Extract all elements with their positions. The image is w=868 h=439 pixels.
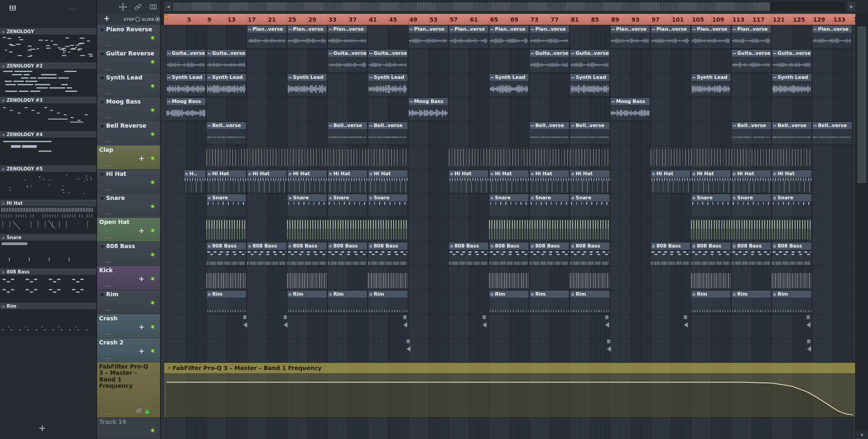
browser-item[interactable]: ≡Hi Hat xyxy=(0,200,96,233)
pattern-clip[interactable]: ≡Hi Hat xyxy=(247,170,287,193)
audio-clip[interactable]: ↦Synth Lead xyxy=(570,73,610,97)
track-header-crash[interactable]: Crash... xyxy=(97,314,160,338)
pattern-tick-clip[interactable] xyxy=(247,149,287,166)
audio-marker-clip[interactable] xyxy=(406,339,410,343)
audio-clip[interactable]: ↦Moog Bass xyxy=(408,98,448,121)
pattern-clip[interactable]: ≡808 Bass xyxy=(691,242,731,265)
audio-clip[interactable]: ↦Synth Lead xyxy=(772,73,812,97)
timeline-ruler[interactable]: 5913172125293337414549535761656973778185… xyxy=(161,14,855,25)
track-header-openhat[interactable]: Open Hat... xyxy=(97,218,160,242)
pattern-tick-clip[interactable] xyxy=(691,273,731,288)
mute-icon[interactable] xyxy=(100,27,104,32)
pattern-tick-clip[interactable] xyxy=(772,149,812,166)
pattern-tick-clip[interactable] xyxy=(530,149,569,166)
pattern-clip[interactable]: ≡Snare xyxy=(328,194,367,217)
pattern-clip[interactable]: ≡808 Bass xyxy=(651,242,690,265)
track-led[interactable] xyxy=(151,301,154,304)
track-header-synth[interactable]: Synth Lead... xyxy=(97,73,160,97)
browser-item[interactable]: ≡ZENOLOGY #3 xyxy=(0,97,96,130)
pattern-tick-clip[interactable] xyxy=(570,220,610,239)
scroll-left-button[interactable]: ◀ xyxy=(164,2,172,11)
audio-clip[interactable]: ↦Pian..verse xyxy=(287,25,327,48)
add-pattern-button[interactable]: + xyxy=(36,423,49,433)
pattern-clip[interactable]: ≡Hi Hat xyxy=(772,170,812,193)
browser-item[interactable]: ≡ZENOLOGY #5 xyxy=(0,166,96,199)
pattern-tick-clip[interactable] xyxy=(287,220,327,239)
track-header-piano[interactable]: Piano Reverse... xyxy=(97,25,160,49)
mute-icon[interactable] xyxy=(100,292,104,297)
audio-clip[interactable]: ↦Pian..verse xyxy=(732,25,771,48)
audio-clip[interactable]: ↦Synth Lead xyxy=(166,73,206,97)
pattern-clip[interactable]: ≡Rim xyxy=(328,290,367,313)
audio-clip[interactable]: ↦Synth Lead xyxy=(287,73,327,97)
audio-clip[interactable]: ↦Guita..verse xyxy=(530,49,569,73)
pattern-clip[interactable]: ≡808 Bass xyxy=(530,242,569,265)
pattern-clip[interactable]: ≡Hi Hat xyxy=(287,170,327,193)
mute-icon[interactable] xyxy=(100,172,104,177)
pattern-clip[interactable]: ≡Snare xyxy=(207,194,246,217)
track-header-hihat[interactable]: Hi Hat... xyxy=(97,170,160,194)
audio-clip[interactable]: ↦Pian..verse xyxy=(651,25,690,48)
mute-icon[interactable] xyxy=(100,244,104,249)
audio-clip[interactable]: ↦Bell..verse xyxy=(772,122,812,145)
pattern-tick-clip[interactable] xyxy=(772,273,812,288)
track-led[interactable] xyxy=(151,277,154,280)
audio-clip[interactable]: ↦Pian..verse xyxy=(489,25,529,48)
pattern-tick-clip[interactable] xyxy=(368,273,408,288)
audio-clip[interactable]: ↦Bell..verse xyxy=(530,122,569,145)
pattern-clip[interactable]: ≡808 Bass xyxy=(489,242,529,265)
browser-item[interactable]: ≡ZENOLOGY xyxy=(0,28,96,61)
audio-clip[interactable]: ↦Guita..verse xyxy=(570,49,610,73)
pattern-clip[interactable]: ≡Rim xyxy=(530,290,569,313)
pattern-clip[interactable]: ≡H.. xyxy=(184,170,206,193)
pattern-tick-clip[interactable] xyxy=(732,220,771,239)
audio-clip[interactable]: ↦Pian..verse xyxy=(691,25,731,48)
timeline-ruler-bar[interactable]: 5913172125293337414549535761656973778185… xyxy=(164,14,855,25)
track-header-track16[interactable]: Track 16 xyxy=(97,417,160,439)
pattern-tick-clip[interactable] xyxy=(368,220,408,239)
track-header-crash2[interactable]: Crash 2... xyxy=(97,338,160,362)
pattern-clip[interactable]: ≡Snare xyxy=(732,194,771,217)
move-crosshair-icon[interactable] xyxy=(139,325,144,329)
pattern-tick-clip[interactable] xyxy=(772,220,812,239)
track-header-rim[interactable]: Rim... xyxy=(97,290,160,314)
pattern-clip[interactable]: ≡808 Bass xyxy=(207,242,246,265)
track-header-clap[interactable]: Clap... xyxy=(97,145,160,170)
track-led[interactable] xyxy=(151,253,154,256)
track-header-guitar[interactable]: Guitar Reverse... xyxy=(97,49,160,73)
audio-clip[interactable]: ↦Bell..verse xyxy=(368,122,408,145)
pattern-tick-clip[interactable] xyxy=(328,149,367,166)
lock-icon[interactable] xyxy=(145,411,149,414)
audio-clip[interactable]: ↦Guita..verse xyxy=(732,49,771,73)
track-led[interactable] xyxy=(151,36,154,39)
audio-clip[interactable]: ↦Guita..verse xyxy=(368,49,408,73)
pattern-clip[interactable]: ≡808 Bass xyxy=(247,242,287,265)
pattern-tick-clip[interactable] xyxy=(207,273,246,288)
move-crosshair-icon[interactable] xyxy=(139,349,144,353)
pattern-tick-clip[interactable] xyxy=(207,220,246,239)
pattern-picker-icon[interactable] xyxy=(9,4,18,12)
track-led[interactable] xyxy=(151,349,154,352)
pattern-clip[interactable]: ≡808 Bass xyxy=(287,242,327,265)
audio-clip[interactable]: ↦Synth Lead xyxy=(691,73,731,97)
link-icon[interactable] xyxy=(136,409,142,412)
automation-clip[interactable]: ↗FabFilter Pro-Q 3 – Master – Band 1 Fre… xyxy=(164,363,855,417)
pattern-clip[interactable]: ≡Hi Hat xyxy=(489,170,529,193)
pattern-clip[interactable]: ≡Snare xyxy=(691,194,731,217)
horizontal-scroll-track[interactable] xyxy=(173,2,845,11)
track-header-bass808[interactable]: 808 Bass... xyxy=(97,242,160,266)
pattern-tick-clip[interactable] xyxy=(732,149,771,166)
pattern-clip[interactable]: ≡Rim xyxy=(772,290,812,313)
move-crosshair-icon[interactable] xyxy=(139,277,144,281)
audio-clip[interactable]: ↦Pian..verse xyxy=(247,25,287,48)
browser-item[interactable]: ≡ZENOLOGY #4 xyxy=(0,131,96,164)
pattern-clip[interactable]: ≡Rim xyxy=(489,290,529,313)
pattern-clip[interactable]: ≡Hi Hat xyxy=(449,170,489,193)
pattern-clip[interactable]: ≡Snare xyxy=(530,194,569,217)
pattern-tick-clip[interactable] xyxy=(489,149,529,166)
pattern-tick-clip[interactable] xyxy=(570,273,610,288)
audio-clip[interactable]: ↦Guita..verse xyxy=(207,49,246,73)
track-header-fabfilter[interactable]: FabFilter Pro-Q 3 – Master – Band 1 Freq… xyxy=(97,362,160,417)
pattern-tick-clip[interactable] xyxy=(287,149,327,166)
audio-clip[interactable]: ↦Synth Lead xyxy=(368,73,408,97)
